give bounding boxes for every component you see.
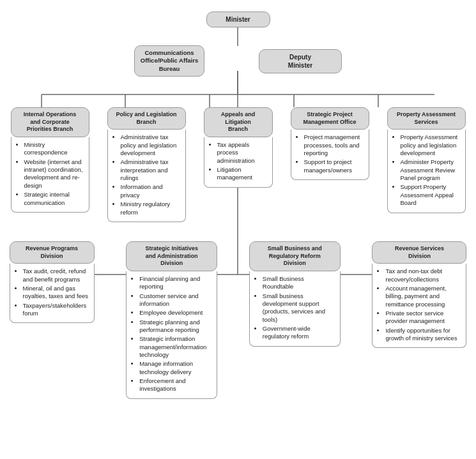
div1-item2: Mineral, oil and gas royalties, taxes an… — [23, 285, 89, 301]
strategic-proj-list: Project management processes, tools and … — [291, 130, 369, 180]
division-row: Revenue ProgramsDivision Tax audit, cred… — [3, 241, 473, 399]
branch4-item1: Project management processes, tools and … — [304, 133, 364, 157]
branch3-item2: Litigation management — [217, 166, 267, 182]
div2-label: Strategic Initiativesand AdministrationD… — [145, 245, 198, 266]
branch-col-2: Policy and LegislationBranch Administrat… — [105, 107, 188, 222]
div2-item1: Financial planning and reporting — [139, 275, 211, 291]
strategic-init-list: Financial planning and reporting Custome… — [126, 271, 217, 399]
branch1-item3: Strategic internal communication — [24, 191, 84, 207]
branch2-label: Policy and LegislationBranch — [116, 111, 176, 125]
internal-ops-box: Internal Operationsand CorporatePrioriti… — [11, 107, 89, 137]
minister-box: Minister — [206, 11, 270, 27]
branch2-item2: Administrative tax interpretation and ru… — [121, 158, 180, 182]
property-list: Property Assessment policy and legislati… — [387, 130, 466, 213]
revenue-svc-list: Tax and non-tax debt recovery/collection… — [372, 264, 466, 348]
branch2-item4: Ministry regulatory reform — [121, 200, 180, 216]
div3-item3: Government-wide regulatory reform — [263, 325, 335, 341]
div2-item2: Customer service and information — [139, 292, 211, 308]
div4-item1: Tax and non-tax debt recovery/collection… — [385, 267, 461, 283]
div2-item4: Strategic planning and performance repor… — [139, 319, 211, 335]
branch3-item1: Tax appeals process administration — [217, 141, 267, 165]
branch-col-1: Internal Operationsand CorporatePrioriti… — [8, 107, 91, 222]
branch-row: Internal Operationsand CorporatePrioriti… — [3, 107, 473, 222]
communications-box: CommunicationsOffice/Public AffairsBurea… — [134, 45, 204, 77]
branch2-item1: Administrative tax policy and legislatio… — [121, 133, 180, 157]
branch1-label: Internal Operationsand CorporatePrioriti… — [24, 111, 77, 132]
revenue-svc-box: Revenue ServicesDivision — [372, 241, 466, 264]
deputy-label: DeputyMinister — [288, 54, 312, 69]
branch5-item1: Property Assessment policy and legislati… — [401, 133, 460, 157]
internal-ops-list: Ministry correspondence Website (interne… — [11, 137, 89, 213]
division-col-4: Revenue ServicesDivision Tax and non-tax… — [370, 241, 469, 399]
division-col-2: Strategic Initiativesand AdministrationD… — [124, 241, 220, 399]
minister-label: Minister — [226, 16, 250, 23]
div3-item1: Small Business Roundtable — [263, 275, 335, 291]
appeals-list: Tax appeals process administration Litig… — [204, 137, 273, 188]
div4-item4: Identify opportunities for growth of min… — [385, 327, 461, 343]
comm-label: CommunicationsOffice/Public AffairsBurea… — [141, 49, 198, 72]
branch4-item2: Support to project managers/owners — [304, 158, 364, 174]
div1-item3: Taxpayers/stakeholders forum — [23, 302, 89, 318]
branch-col-4: Strategic ProjectManagement Office Proje… — [288, 107, 371, 222]
div2-item3: Employee development — [139, 309, 211, 317]
revenue-prog-list: Tax audit, credit, refund and benefit pr… — [10, 264, 95, 323]
branch5-item2: Administer Property Assessment Review Pa… — [401, 158, 460, 182]
strategic-proj-box: Strategic ProjectManagement Office — [291, 107, 369, 130]
div2-item7: Enforcement and investigations — [139, 377, 211, 393]
deputy-box: DeputyMinister — [259, 49, 342, 73]
div2-item5: Strategic information management/informa… — [139, 335, 211, 359]
div4-label: Revenue ServicesDivision — [395, 245, 444, 259]
branch-col-5: Property AssessmentServices Property Ass… — [385, 107, 468, 222]
branch5-item3: Support Property Assessment Appeal Board — [401, 183, 460, 207]
policy-box: Policy and LegislationBranch — [107, 107, 186, 130]
branch2-item3: Information and privacy — [121, 183, 180, 199]
branch4-label: Strategic ProjectManagement Office — [303, 111, 356, 125]
deputy-row: CommunicationsOffice/Public AffairsBurea… — [3, 45, 473, 77]
branch5-label: Property AssessmentServices — [397, 111, 456, 125]
branch3-label: Appeals and LitigationBranch — [221, 111, 256, 132]
branch-col-3: Appeals and LitigationBranch Tax appeals… — [201, 107, 275, 222]
div1-item1: Tax audit, credit, refund and benefit pr… — [23, 267, 89, 283]
org-chart: Minister CommunicationsOffice/Public Aff… — [0, 0, 476, 405]
div1-label: Revenue ProgramsDivision — [26, 245, 78, 259]
minister-row: Minister — [3, 6, 473, 27]
appeals-box: Appeals and LitigationBranch — [204, 107, 273, 137]
strategic-init-box: Strategic Initiativesand AdministrationD… — [126, 241, 217, 271]
small-biz-box: Small Business andRegulatory ReformDivis… — [249, 241, 341, 271]
property-box: Property AssessmentServices — [387, 107, 466, 130]
revenue-prog-box: Revenue ProgramsDivision — [10, 241, 95, 264]
small-biz-list: Small Business Roundtable Small business… — [249, 271, 341, 347]
division-col-3: Small Business andRegulatory ReformDivis… — [247, 241, 342, 399]
division-col-1: Revenue ProgramsDivision Tax audit, cred… — [7, 241, 96, 399]
div4-item2: Account management, billing, payment and… — [385, 285, 461, 308]
div3-item2: Small business development support (prod… — [263, 292, 335, 324]
div2-item6: Manage information technology delivery — [139, 360, 211, 376]
policy-list: Administrative tax policy and legislatio… — [107, 130, 186, 222]
branch1-item1: Ministry correspondence — [24, 141, 84, 157]
div3-label: Small Business andRegulatory ReformDivis… — [268, 245, 322, 266]
div4-item3: Private sector service provider manageme… — [385, 310, 461, 326]
branch1-item2: Website (internet and intranet) coordina… — [24, 158, 84, 190]
